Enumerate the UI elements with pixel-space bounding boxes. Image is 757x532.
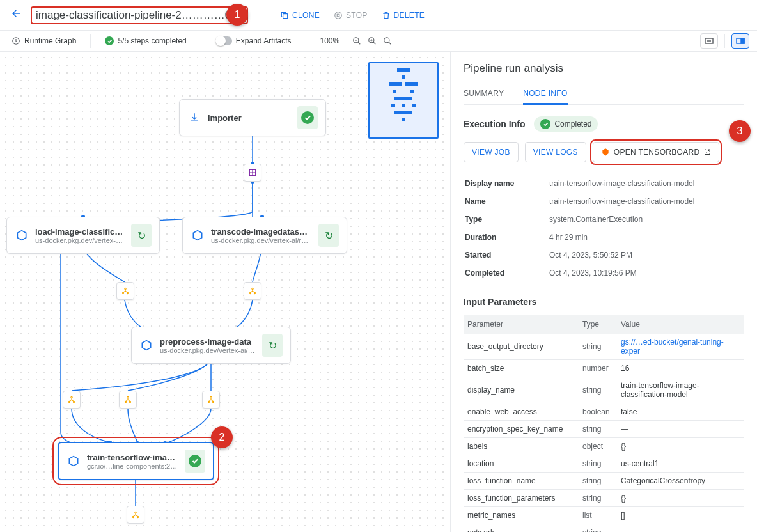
download-icon [187, 111, 201, 125]
svg-rect-0 [283, 13, 288, 18]
svg-point-1 [335, 12, 342, 19]
node-train[interactable]: train-tensorflow-image-c… gcr.io/…line-c… [58, 442, 214, 480]
param-row: encryption_spec_key_namestring— [464, 421, 744, 438]
view-mode-1[interactable] [700, 33, 718, 49]
svg-point-32 [71, 396, 72, 398]
svg-point-36 [125, 401, 126, 402]
cache-icon: ↻ [325, 230, 333, 242]
param-row: loss_function_namestringCategoricalCross… [464, 473, 744, 490]
artifact-tree[interactable] [127, 506, 144, 524]
node-title: preprocess-image-data [160, 337, 256, 347]
svg-point-30 [249, 292, 251, 293]
node-title: importer [208, 113, 291, 123]
svg-point-27 [122, 292, 123, 293]
param-row: loss_function_parametersstring{} [464, 490, 744, 507]
status-badge: Completed [534, 116, 598, 132]
param-row: enable_web_accessbooleanfalse [464, 403, 744, 421]
tab-node-info[interactable]: NODE INFO [523, 84, 567, 105]
svg-point-41 [135, 512, 136, 513]
svg-point-40 [212, 401, 214, 402]
svg-point-33 [68, 401, 70, 402]
param-row: labelsobject{} [464, 438, 744, 455]
callout-1: 1 [226, 4, 248, 26]
runtime-graph-toggle[interactable]: Runtime Graph [8, 34, 80, 48]
node-transcode[interactable]: transcode-imagedataset-… us-docker.pkg.d… [182, 217, 347, 254]
cube-icon [66, 454, 81, 468]
callout-3: 3 [729, 120, 751, 142]
zoom-in-icon[interactable] [368, 36, 377, 45]
side-panel: Pipeline run analysis SUMMARY NODE INFO … [450, 52, 757, 532]
open-tensorboard-button[interactable]: OPEN TENSORBOARD [593, 142, 720, 162]
artifact-tree[interactable] [244, 282, 261, 300]
back-arrow-icon[interactable] [8, 5, 24, 25]
node-subtitle: gcr.io/…line-components:2.4.1 [87, 462, 178, 470]
artifact-tree[interactable] [202, 391, 220, 409]
artifact-tree[interactable] [116, 282, 134, 300]
header: image-classification-pipeline-2…………048 C… [0, 0, 757, 31]
minimap[interactable] [368, 62, 439, 139]
cube-icon [15, 228, 29, 242]
node-load[interactable]: load-image-classificatio… us-docker.pkg.… [6, 217, 160, 254]
param-row: base_output_directorystringgs://…ed-buck… [464, 334, 744, 360]
check-icon [301, 111, 314, 124]
node-title: load-image-classificatio… [35, 227, 125, 237]
node-subtitle: us-docker.pkg.dev/vertex-ai/r… [211, 237, 312, 244]
param-row: display_namestringtrain-tensorflow-image… [464, 377, 744, 403]
param-row: metric_nameslist[] [464, 507, 744, 524]
node-title: train-tensorflow-image-c… [87, 453, 178, 462]
svg-point-31 [254, 292, 255, 293]
cube-icon [139, 338, 153, 352]
svg-point-42 [132, 516, 134, 517]
view-job-button[interactable]: VIEW JOB [464, 142, 519, 162]
zoom-reset-icon[interactable] [383, 36, 392, 45]
svg-point-35 [127, 396, 129, 398]
cube-icon [191, 228, 205, 242]
tensorboard-icon [601, 148, 610, 157]
stop-label: STOP [346, 11, 368, 20]
svg-point-43 [137, 516, 138, 517]
pipeline-canvas[interactable]: importer load-image-classificatio… us-do… [0, 52, 450, 532]
param-link[interactable]: gs://…ed-bucket/genai-tuning-exper [621, 338, 724, 356]
svg-point-6 [384, 38, 389, 43]
delete-label: DELETE [394, 11, 425, 20]
expand-artifacts-toggle[interactable]: Expand Artifacts [212, 34, 295, 48]
delete-button[interactable]: DELETE [382, 11, 425, 20]
cache-icon: ↻ [137, 230, 146, 242]
external-link-icon [703, 148, 711, 156]
pipeline-name: image-classification-pipeline-2…………048 [31, 6, 248, 24]
zoom-out-icon[interactable] [352, 36, 361, 45]
status-label: Completed [554, 120, 591, 129]
view-logs-button[interactable]: VIEW LOGS [525, 142, 586, 162]
steps-completed-label: 5/5 steps completed [118, 36, 186, 45]
svg-point-26 [125, 288, 126, 289]
tab-summary[interactable]: SUMMARY [464, 84, 504, 104]
artifact-tree[interactable] [119, 391, 137, 409]
input-parameters-title: Input Parameters [464, 297, 744, 307]
clone-label: CLONE [292, 11, 320, 20]
param-row: locationstringus-central1 [464, 455, 744, 473]
expand-artifacts-label: Expand Artifacts [236, 36, 292, 45]
clone-button[interactable]: CLONE [280, 11, 320, 20]
panel-title: Pipeline run analysis [464, 62, 744, 75]
zoom-level[interactable]: 100% [316, 34, 344, 48]
svg-point-38 [210, 396, 212, 398]
svg-rect-2 [337, 14, 339, 17]
cache-icon: ↻ [269, 340, 277, 352]
open-tensorboard-label: OPEN TENSORBOARD [614, 148, 700, 157]
artifact-tree[interactable] [63, 391, 81, 409]
input-parameters-table: Parameter Type Value base_output_directo… [464, 315, 744, 532]
param-row: batch_sizenumber16 [464, 360, 744, 377]
node-importer[interactable]: importer [179, 99, 326, 136]
svg-point-37 [129, 401, 130, 402]
svg-point-28 [127, 292, 128, 293]
svg-point-29 [252, 288, 253, 289]
node-preprocess[interactable]: preprocess-image-data us-docker.pkg.dev/… [131, 327, 291, 364]
toolbar: Runtime Graph 5/5 steps completed Expand… [0, 31, 757, 52]
view-mode-2[interactable] [731, 33, 749, 49]
toggle-icon[interactable] [215, 36, 232, 45]
svg-rect-7 [705, 38, 713, 43]
param-row: networkstring— [464, 524, 744, 533]
steps-completed: 5/5 steps completed [101, 34, 190, 48]
check-icon [189, 455, 201, 467]
artifact-grid[interactable] [244, 164, 261, 182]
